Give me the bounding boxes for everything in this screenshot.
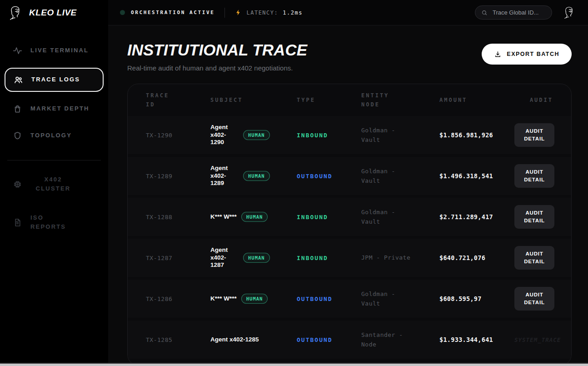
subject-cell: K*** W***HUMAN: [210, 294, 297, 304]
page-title: INSTITUTIONAL TRACE: [127, 41, 307, 59]
type-cell: INBOUND: [297, 255, 361, 261]
sidebar-item-trace-logs[interactable]: TRACE LOGS: [5, 68, 104, 92]
sidebar-item-label: MARKET DEPTH: [30, 104, 90, 113]
export-batch-button[interactable]: EXPORT BATCH: [482, 44, 572, 65]
sidebar-item-label: TOPOLOGY: [30, 131, 72, 140]
brand-name: KLEO LIVE: [29, 8, 77, 18]
export-batch-label: EXPORT BATCH: [507, 51, 559, 57]
audit-detail-button[interactable]: AUDIT DETAIL: [514, 287, 554, 310]
table-row: TX-1288K*** W***HUMANINBOUNDGoldman - Va…: [128, 198, 571, 236]
sidebar-item-label: X402 CLUSTER: [30, 175, 76, 193]
audit-detail-button[interactable]: AUDIT DETAIL: [514, 205, 554, 228]
table-row: TX-1289Agent x402-1289HUMANOUTBOUNDGoldm…: [128, 157, 571, 195]
entity-node-cell: Goldman - Vault: [361, 166, 411, 186]
type-cell: OUTBOUND: [297, 296, 361, 302]
subject-name: Agent x402-1289: [210, 165, 239, 188]
sidebar: KLEO LIVE LIVE TERMINALTRACE LOGSMARKET …: [0, 0, 108, 366]
type-cell: INBOUND: [297, 214, 361, 221]
sidebar-item-iso-reports[interactable]: ISO REPORTS: [6, 209, 102, 236]
chip-icon: [13, 180, 22, 189]
entity-node-cell: Goldman - Vault: [361, 125, 411, 145]
table-row: TX-1287Agent x402-1287HUMANINBOUNDJPM - …: [128, 239, 571, 277]
human-badge: HUMAN: [241, 212, 268, 222]
sidebar-nav-secondary: X402 CLUSTERISO REPORTS: [0, 165, 108, 242]
subject-cell: Agent x402-1290HUMAN: [210, 124, 297, 147]
amount-cell: $1.856.981,926: [439, 131, 514, 139]
subject-name: Agent x402-1290: [210, 124, 239, 147]
brand-logo[interactable]: KLEO LIVE: [0, 0, 108, 25]
trace-table-panel: TRACE IDSUBJECTTYPEENTITY NODEAMOUNTAUDI…: [127, 84, 572, 366]
column-header-trace-id: TRACE ID: [146, 91, 180, 110]
subject-cell: Agent x402-1289HUMAN: [210, 165, 297, 188]
latency-indicator: LATENCY: 1.2ms: [235, 9, 302, 16]
trace-id-cell: TX-1288: [146, 214, 210, 221]
column-header-type: TYPE: [297, 95, 361, 105]
column-header-entity-node: ENTITY NODE: [361, 91, 403, 110]
entity-node-cell: JPM - Private: [361, 253, 411, 262]
app-root: KLEO LIVE LIVE TERMINALTRACE LOGSMARKET …: [0, 0, 588, 366]
orchestration-status: ORCHESTRATION ACTIVE: [120, 10, 214, 15]
human-badge: HUMAN: [243, 253, 270, 263]
bottom-edge-strip: [0, 363, 588, 366]
main-column: ORCHESTRATION ACTIVE LATENCY: 1.2ms INST…: [108, 0, 588, 366]
subject-name: K*** W***: [210, 295, 237, 303]
search-icon: [481, 10, 488, 16]
bag-icon: [13, 104, 22, 114]
entity-node-cell: Goldman - Vault: [361, 207, 411, 227]
amount-cell: $2.711.289,417: [439, 213, 514, 221]
sidebar-item-label: TRACE LOGS: [31, 75, 80, 84]
trace-id-cell: TX-1289: [146, 173, 210, 180]
sidebar-item-market-depth[interactable]: MARKET DEPTH: [6, 100, 102, 118]
audit-detail-button[interactable]: AUDIT DETAIL: [514, 123, 554, 146]
subject-name: K*** W***: [210, 213, 237, 221]
topbar: ORCHESTRATION ACTIVE LATENCY: 1.2ms: [108, 0, 588, 25]
page-subtitle: Real-time audit of human and agent x402 …: [127, 64, 307, 72]
column-header-audit: AUDIT: [530, 95, 553, 105]
human-badge: HUMAN: [243, 171, 270, 181]
human-badge: HUMAN: [241, 294, 268, 304]
status-dot-icon: [120, 10, 125, 15]
sidebar-item-label: LIVE TERMINAL: [30, 46, 89, 55]
sidebar-item-live-terminal[interactable]: LIVE TERMINAL: [6, 41, 102, 60]
lightning-icon: [235, 9, 242, 16]
kleo-face-icon: [7, 5, 24, 21]
table-row: TX-1290Agent x402-1290HUMANINBOUNDGoldma…: [128, 116, 571, 154]
avatar[interactable]: [562, 5, 576, 20]
audit-detail-button[interactable]: AUDIT DETAIL: [514, 246, 554, 269]
trace-id-cell: TX-1285: [146, 336, 210, 343]
latency-label: LATENCY:: [246, 10, 278, 16]
activity-icon: [13, 46, 22, 55]
table-body: TX-1290Agent x402-1290HUMANINBOUNDGoldma…: [128, 116, 571, 359]
type-cell: OUTBOUND: [297, 173, 361, 180]
audit-detail-button[interactable]: AUDIT DETAIL: [514, 164, 554, 187]
trace-id-cell: TX-1290: [146, 132, 210, 139]
subject-cell: Agent x402-1287HUMAN: [210, 246, 297, 270]
amount-cell: $1.933.344,641: [439, 336, 514, 343]
table-row: TX-1286K*** W***HUMANOUTBOUNDGoldman - V…: [128, 280, 571, 318]
entity-node-cell: Santander - Node: [361, 330, 411, 350]
trace-id-cell: TX-1287: [146, 255, 210, 261]
subject-name: Agent x402-1285: [210, 336, 259, 344]
amount-cell: $608.595,97: [439, 295, 514, 302]
sidebar-nav-primary: LIVE TERMINALTRACE LOGSMARKET DEPTHTOPOL…: [0, 37, 108, 149]
column-header-subject: SUBJECT: [210, 95, 297, 105]
sidebar-item-topology[interactable]: TOPOLOGY: [6, 126, 102, 145]
type-cell: INBOUND: [297, 132, 361, 139]
search-input[interactable]: [492, 9, 546, 16]
column-header-amount: AMOUNT: [439, 95, 514, 105]
type-cell: OUTBOUND: [297, 336, 361, 343]
status-label: ORCHESTRATION ACTIVE: [131, 10, 214, 15]
human-badge: HUMAN: [243, 130, 270, 140]
subject-cell: K*** W***HUMAN: [210, 212, 297, 222]
sidebar-item-x402-cluster[interactable]: X402 CLUSTER: [6, 170, 102, 198]
trace-id-cell: TX-1286: [146, 296, 210, 302]
amount-cell: $1.496.318,541: [439, 172, 514, 180]
latency-value: 1.2ms: [283, 10, 303, 16]
global-search[interactable]: [475, 5, 552, 20]
subject-cell: Agent x402-1285: [210, 336, 297, 344]
table-row: TX-1285Agent x402-1285OUTBOUNDSantander …: [128, 321, 571, 359]
sidebar-divider: [7, 160, 101, 160]
table-header: TRACE IDSUBJECTTYPEENTITY NODEAMOUNTAUDI…: [128, 84, 571, 116]
users-icon: [14, 75, 23, 85]
shield-icon: [13, 131, 22, 140]
